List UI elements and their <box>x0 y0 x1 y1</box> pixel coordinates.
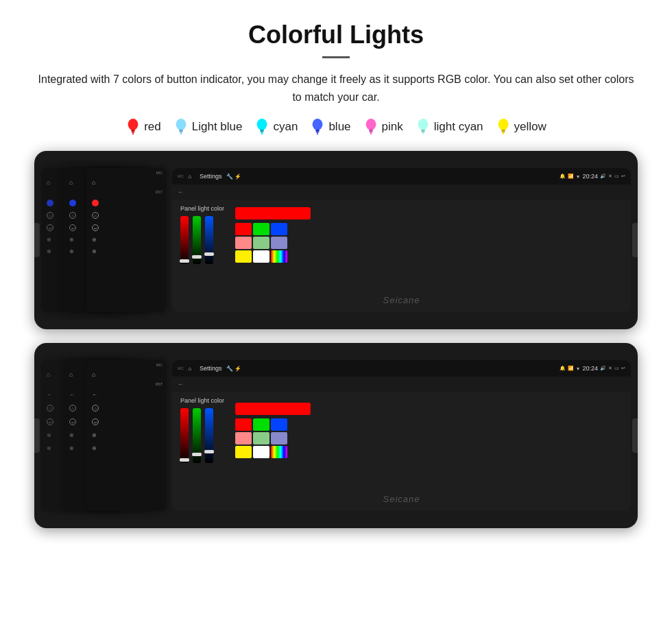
color-item-lightblue: Light blue <box>173 118 243 136</box>
page-title: Colorful Lights <box>27 21 645 49</box>
rgb-control-section: Panel light color <box>180 205 224 264</box>
swatch-lightgreen <box>253 237 269 249</box>
bulb-icon-blue <box>310 118 325 136</box>
swatch2-white <box>253 446 269 458</box>
panel-light-label-2: Panel light color <box>180 397 224 404</box>
svg-point-24 <box>498 119 508 130</box>
color-swatches-section-2 <box>235 403 311 458</box>
color-item-lightcyan: light cyan <box>416 118 483 136</box>
color-label-pink: pink <box>382 120 403 134</box>
swatch2-green <box>253 418 269 431</box>
swatch-green <box>253 223 269 235</box>
swatch-pink <box>235 237 252 249</box>
thumb-green <box>192 255 202 259</box>
right-knob-1 <box>632 223 638 257</box>
swatch2-rainbow <box>271 446 287 458</box>
svg-rect-18 <box>369 132 372 133</box>
swatch-blue <box>271 223 287 235</box>
swatch2-lightgreen <box>253 432 269 444</box>
left-knob-1 <box>34 223 40 257</box>
svg-point-12 <box>313 119 323 130</box>
bulb-icon-lightcyan <box>416 118 431 136</box>
swatch-rainbow <box>271 250 287 263</box>
bulb-icon-cyan <box>254 118 269 136</box>
slider-red <box>180 216 189 264</box>
svg-rect-13 <box>316 130 320 132</box>
swatch-white <box>253 250 269 263</box>
slider-red-2 <box>180 408 189 463</box>
svg-point-20 <box>418 119 428 130</box>
mic-label-p3: MIC <box>92 171 163 175</box>
slider-green-2 <box>193 408 201 463</box>
rgb-control-section-2: Panel light color <box>180 397 224 463</box>
color-label-cyan: cyan <box>273 120 298 134</box>
color-label-lightcyan: light cyan <box>434 120 483 134</box>
color-preview-2 <box>235 403 311 415</box>
swatch-lavender <box>271 237 287 249</box>
swatch2-empty1 <box>289 418 305 431</box>
main-screen-1: MIC ⌂ Settings 🔧 ⚡ 🔔 📶 ▼ 20:24 🔊 ✕ ▭ <box>172 168 631 312</box>
color-item-blue: blue <box>310 118 350 136</box>
page-description: Integrated with 7 colors of button indic… <box>34 71 638 106</box>
screen-time: 20:24 <box>582 173 598 180</box>
color-item-red: red <box>125 118 161 136</box>
svg-rect-10 <box>261 132 264 133</box>
swatch-red <box>235 223 252 235</box>
svg-rect-22 <box>421 132 424 133</box>
svg-point-0 <box>128 119 139 130</box>
settings-title: Settings <box>200 173 222 180</box>
slider-green <box>193 216 201 264</box>
screen-topbar-1: MIC ⌂ Settings 🔧 ⚡ 🔔 📶 ▼ 20:24 🔊 ✕ ▭ <box>172 168 631 185</box>
svg-rect-6 <box>179 132 182 133</box>
svg-rect-26 <box>501 132 505 133</box>
screen-nav-2: ← <box>172 377 631 392</box>
watermark-1: Seicane <box>383 295 420 305</box>
color-label-lightblue: Light blue <box>192 120 243 134</box>
swatch2-empty2 <box>289 432 305 444</box>
svg-rect-25 <box>501 130 505 132</box>
svg-rect-5 <box>179 130 183 132</box>
car-unit-section-2: MIC ⌂ RST ← ⌂ ↩ ⊕ ⊕ MIC ⌂ RST <box>27 343 645 528</box>
settings-title-2: Settings <box>200 365 222 372</box>
left-knob-2 <box>34 418 40 453</box>
rgb-sliders <box>180 216 224 264</box>
screen-body-1: Panel light color <box>172 200 631 270</box>
rgb-sliders-2 <box>180 408 224 463</box>
thumb-red-2 <box>180 458 189 462</box>
swatch-empty3 <box>289 250 305 263</box>
svg-point-16 <box>365 119 376 130</box>
color-label-blue: blue <box>328 120 350 134</box>
top-bar-icons-2: 🔔 📶 ▼ 20:24 🔊 ✕ ▭ ↩ <box>560 365 625 372</box>
color-label-yellow: yellow <box>514 120 547 134</box>
color-swatches-section <box>235 207 311 263</box>
color-preview <box>235 207 311 219</box>
svg-rect-9 <box>261 130 265 132</box>
svg-rect-21 <box>421 130 425 132</box>
main-screen-2: MIC ⌂ Settings 🔧 ⚡ 🔔 📶 ▼ 20:24 🔊 ✕ ▭ <box>172 360 631 511</box>
car-unit-1: MIC ⌂ RST ⌂ ↩ ⊕ ⊕ MIC ⌂ RST <box>34 151 638 329</box>
bulb-icon-pink <box>363 118 379 136</box>
thumb-blue <box>204 252 214 256</box>
page-container: Colorful Lights Integrated with 7 colors… <box>0 0 672 562</box>
bulb-icon-yellow <box>496 118 511 136</box>
mic-label-2p3: MIC <box>92 363 163 367</box>
svg-rect-17 <box>369 130 373 132</box>
color-label-red: red <box>144 120 161 134</box>
swatch2-red <box>235 418 252 431</box>
swatch-yellow <box>235 250 252 263</box>
swatch2-empty3 <box>289 446 305 458</box>
title-divider <box>322 56 350 58</box>
screen-topbar-2: MIC ⌂ Settings 🔧 ⚡ 🔔 📶 ▼ 20:24 🔊 ✕ ▭ <box>172 360 631 377</box>
color-grid-2 <box>235 418 311 458</box>
screen-body-2: Panel light color <box>172 392 631 468</box>
swatch2-blue <box>271 418 287 431</box>
bulb-icon-lightblue <box>173 118 189 136</box>
swatch2-pink <box>235 432 252 444</box>
swatch-empty2 <box>289 237 305 249</box>
thumb-red <box>180 259 189 263</box>
svg-point-4 <box>176 119 186 130</box>
top-bar-icons: 🔔 📶 ▼ 20:24 🔊 ✕ ▭ ↩ <box>560 173 625 180</box>
svg-rect-14 <box>316 132 320 133</box>
rst-label-p3: RST <box>92 190 163 194</box>
slider-blue-2 <box>205 408 213 463</box>
